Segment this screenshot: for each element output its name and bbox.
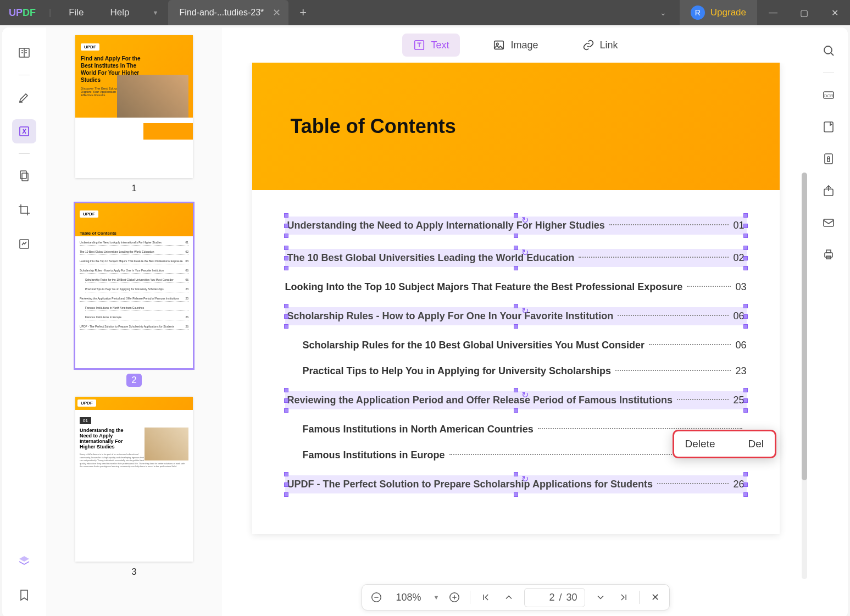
toc-row[interactable]: Looking Into the Top 10 Subject Majors T… — [285, 281, 747, 293]
selection-handle[interactable] — [284, 472, 288, 476]
ocr-icon[interactable]: OCR — [819, 85, 838, 105]
thumbnail-2[interactable]: UPDF Table of Contents Understanding the… — [54, 203, 214, 387]
menu-dropdown-icon[interactable]: ▼ — [143, 9, 169, 16]
menu-file[interactable]: File — [55, 7, 97, 18]
selection-handle[interactable] — [284, 408, 288, 413]
redact-icon[interactable] — [12, 232, 36, 256]
new-tab-button[interactable]: + — [288, 5, 318, 20]
selection-handle[interactable] — [514, 472, 518, 476]
highlight-icon[interactable] — [12, 85, 36, 109]
selection-handle[interactable] — [284, 304, 288, 308]
toc-row[interactable]: Practical Tips to Help You in Applying f… — [285, 365, 747, 377]
selection-handle[interactable] — [284, 266, 288, 270]
rotate-handle-icon[interactable] — [521, 305, 532, 316]
selection-handle[interactable] — [514, 213, 518, 218]
tabs-overflow-icon[interactable]: ⌄ — [647, 8, 680, 17]
scrollbar[interactable] — [802, 173, 807, 579]
selection-handle[interactable] — [743, 234, 748, 238]
reader-mode-icon[interactable] — [12, 41, 36, 65]
selection-handle[interactable] — [284, 398, 288, 403]
bookmark-icon[interactable] — [12, 583, 36, 607]
selection-handle[interactable] — [743, 408, 748, 413]
layers-icon[interactable] — [12, 549, 36, 573]
selection-handle[interactable] — [284, 388, 288, 392]
tab-close-icon[interactable]: ✕ — [273, 7, 281, 19]
selection-handle[interactable] — [284, 234, 288, 238]
page-title[interactable]: Table of Contents — [291, 115, 456, 138]
zoom-out-button[interactable] — [369, 590, 384, 605]
document-viewport[interactable]: Table of Contents Understanding the Need… — [222, 63, 809, 616]
titlebar: UPDF | File Help ▼ Find-and-...tudies-23… — [0, 0, 850, 25]
selection-handle[interactable] — [284, 482, 288, 487]
selection-handle[interactable] — [743, 266, 748, 270]
search-icon[interactable] — [819, 41, 838, 60]
menu-help[interactable]: Help — [97, 7, 143, 18]
selection-handle[interactable] — [284, 492, 288, 497]
toc-row[interactable]: UPDF - The Perfect Solution to Prepare S… — [285, 475, 747, 493]
rotate-handle-icon[interactable] — [521, 389, 532, 400]
selection-handle[interactable] — [514, 388, 518, 392]
selection-handle[interactable] — [743, 388, 748, 392]
selection-handle[interactable] — [743, 213, 748, 218]
organize-pages-icon[interactable] — [12, 164, 36, 188]
prev-page-button[interactable] — [501, 590, 516, 605]
thumbnail-1[interactable]: UPDF Find and Apply For the Best Institu… — [54, 35, 214, 193]
thumbnail-3[interactable]: UPDF 01 Understanding the Need to Apply … — [54, 397, 214, 577]
selection-handle[interactable] — [743, 472, 748, 476]
context-delete-button[interactable]: Delete — [685, 438, 715, 450]
selection-handle[interactable] — [743, 246, 748, 250]
selection-handle[interactable] — [743, 256, 748, 260]
selection-handle[interactable] — [284, 314, 288, 319]
selection-handle[interactable] — [743, 492, 748, 497]
rotate-handle-icon[interactable] — [521, 247, 532, 258]
close-button[interactable]: ✕ — [819, 8, 850, 18]
selection-handle[interactable] — [514, 408, 518, 413]
last-page-button[interactable] — [616, 590, 631, 605]
toc-row[interactable]: Reviewing the Application Period and Off… — [285, 391, 747, 409]
rotate-handle-icon[interactable] — [521, 214, 532, 225]
protect-icon[interactable] — [819, 149, 838, 169]
minimize-button[interactable]: — — [758, 8, 788, 18]
selection-handle[interactable] — [743, 324, 748, 329]
rotate-handle-icon[interactable] — [521, 473, 532, 484]
edit-text-button[interactable]: Text — [402, 34, 460, 57]
edit-link-button[interactable]: Link — [571, 34, 629, 57]
selection-handle[interactable] — [284, 224, 288, 228]
upgrade-button[interactable]: R Upgrade — [680, 0, 757, 25]
zoom-dropdown-icon[interactable]: ▼ — [434, 594, 440, 601]
edit-text-icon[interactable] — [12, 119, 36, 143]
selection-handle[interactable] — [514, 324, 518, 329]
form-icon[interactable] — [819, 117, 838, 137]
toc-row[interactable]: The 10 Best Global Universities Leading … — [285, 249, 747, 267]
selection-handle[interactable] — [743, 224, 748, 228]
first-page-button[interactable] — [478, 590, 493, 605]
selection-handle[interactable] — [284, 213, 288, 218]
toc-row[interactable]: Understanding the Need to Apply Internat… — [285, 217, 747, 235]
svg-rect-2 — [20, 171, 26, 179]
maximize-button[interactable]: ▢ — [788, 8, 819, 18]
selection-handle[interactable] — [743, 398, 748, 403]
selection-handle[interactable] — [284, 246, 288, 250]
selection-handle[interactable] — [514, 246, 518, 250]
selection-handle[interactable] — [284, 324, 288, 329]
toc-row[interactable]: Scholarship Rules for the 10 Best Global… — [285, 340, 747, 351]
next-page-button[interactable] — [593, 590, 608, 605]
close-bar-button[interactable]: ✕ — [647, 590, 663, 605]
selection-handle[interactable] — [514, 266, 518, 270]
selection-handle[interactable] — [743, 314, 748, 319]
toc-row[interactable]: Scholarship Rules - How to Apply For One… — [285, 307, 747, 325]
selection-handle[interactable] — [514, 492, 518, 497]
selection-handle[interactable] — [284, 256, 288, 260]
share-icon[interactable] — [819, 181, 838, 201]
page-indicator[interactable]: 2 / 30 — [524, 588, 585, 607]
zoom-in-button[interactable] — [447, 590, 462, 605]
selection-handle[interactable] — [514, 234, 518, 238]
crop-icon[interactable] — [12, 198, 36, 222]
edit-image-button[interactable]: Image — [482, 34, 549, 57]
print-icon[interactable] — [819, 245, 838, 264]
selection-handle[interactable] — [514, 304, 518, 308]
selection-handle[interactable] — [743, 482, 748, 487]
email-icon[interactable] — [819, 213, 838, 232]
document-tab[interactable]: Find-and-...tudies-23* ✕ — [168, 0, 288, 25]
selection-handle[interactable] — [743, 304, 748, 308]
